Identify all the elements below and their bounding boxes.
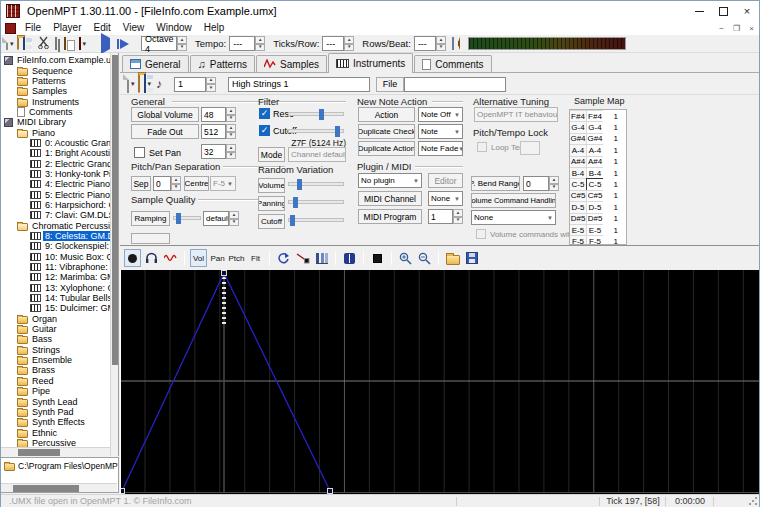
set-pan-spinner[interactable]: ▲▼ [226, 144, 236, 159]
nna-action-select[interactable]: Note Off▼ [418, 107, 463, 122]
pitch-bend-range-button[interactable]: P. Bend Range [471, 176, 520, 191]
cut-icon[interactable] [38, 36, 51, 51]
tree-item[interactable]: Samples [1, 86, 110, 96]
tree-item[interactable]: Comments [1, 107, 110, 117]
tree-item[interactable]: 4: Electric Piano 1: GM [1, 179, 110, 189]
midi-channel-select[interactable]: None▼ [428, 191, 463, 206]
pitch-bend-range-spinner[interactable]: ▲▼ [549, 176, 559, 191]
volume-command-handling-select[interactable]: None▼ [471, 210, 556, 225]
loop-tempo-input[interactable] [520, 141, 540, 155]
file-name-field[interactable] [404, 77, 506, 92]
load-instrument-icon[interactable] [138, 75, 140, 93]
tree-item[interactable]: 1: Bright Acoustic Piano [1, 148, 110, 158]
centre-note-select[interactable]: F-5▼ [210, 176, 236, 191]
midi-program-spinner[interactable]: ▲▼ [453, 209, 463, 224]
new-instrument-dropdown-icon[interactable]: ▾ [131, 80, 135, 88]
centre-button[interactable]: Centre [184, 176, 209, 191]
rv-panning-button[interactable]: Panning [258, 196, 285, 211]
plugin-editor-button[interactable]: Editor [428, 173, 463, 188]
maximize-button[interactable] [711, 1, 735, 21]
clipped-button[interactable] [131, 233, 170, 244]
reso-slider[interactable] [288, 112, 344, 116]
menu-help[interactable]: Help [198, 21, 231, 35]
zoom-in-button[interactable] [397, 249, 414, 267]
filter-envelope-tab[interactable]: Flt [247, 249, 264, 267]
instrument-name-input[interactable]: High Strings 1 [228, 77, 370, 92]
tree-item[interactable]: MIDI Library [1, 117, 110, 127]
rows-beat-input[interactable]: --- [414, 36, 436, 51]
volume-commands-checkbox[interactable] [476, 229, 486, 239]
tree-item[interactable]: 0: Acoustic Grand Pian [1, 138, 110, 148]
sample-map-row[interactable]: C-5 C-5 1 [570, 178, 626, 189]
grid-button[interactable] [313, 249, 330, 267]
reso-checkbox[interactable]: ✓ [259, 108, 270, 119]
sample-map-row[interactable]: D-5 D-5 1 [570, 201, 626, 212]
panning-envelope-tab[interactable]: Pan [209, 249, 226, 267]
ramping-slider[interactable] [173, 216, 201, 220]
tab-samples[interactable]: Samples [256, 55, 327, 72]
tree-item[interactable]: Instruments [1, 96, 110, 106]
rv-volume-button[interactable]: Volume [258, 178, 285, 193]
child-minimize-icon[interactable]: − [714, 24, 729, 33]
resize-grip[interactable] [748, 496, 758, 506]
background-color-button[interactable] [369, 249, 386, 267]
sustain-node-button[interactable] [294, 249, 311, 267]
tree-item[interactable]: Strings [1, 345, 110, 355]
tree-item[interactable]: Pipe [1, 386, 110, 396]
tab-comments[interactable]: Comments [414, 55, 491, 72]
midi-channel-button[interactable]: MIDI Channel [358, 191, 422, 206]
tree-item[interactable]: 13: Xylophone: GM.DLS [1, 283, 110, 293]
tree-item[interactable]: Reed [1, 376, 110, 386]
set-pan-input[interactable]: 32 [201, 144, 226, 159]
volume-envelope-tab[interactable]: Vol [190, 249, 207, 267]
duplicate-check-button[interactable]: Duplicate Check [358, 124, 415, 139]
tree-item[interactable]: FileInfo.com Example.umx [1, 55, 110, 65]
tree-item[interactable]: 15: Dulcimer: GM.DLS [1, 303, 110, 313]
module-dropdown-icon[interactable]: ▾ [83, 40, 87, 48]
rv-cutoff-slider[interactable] [288, 218, 344, 222]
global-volume-spinner[interactable]: ▲▼ [226, 107, 236, 122]
sample-map-row[interactable]: A#4 A#4 1 [570, 156, 626, 167]
instrument-number-spinner[interactable]: ▲▼ [206, 77, 216, 92]
tree-item[interactable]: Guitar [1, 324, 110, 334]
editor-list-icon[interactable] [452, 38, 454, 49]
envelope-editor[interactable] [120, 270, 759, 494]
open-folder-icon[interactable] [17, 38, 19, 49]
tree-item[interactable]: Piano [1, 127, 110, 137]
rv-cutoff-button[interactable]: Cutoff [258, 214, 285, 229]
rv-volume-slider[interactable] [288, 182, 344, 186]
tree-item[interactable]: 3: Honky-tonk Piano: G [1, 169, 110, 179]
copy-icon[interactable] [55, 38, 60, 49]
tab-patterns[interactable]: ♫Patterns [190, 55, 256, 72]
save-instrument-dropdown-icon[interactable]: ▾ [148, 80, 152, 88]
rv-panning-slider[interactable] [288, 200, 344, 204]
tree-vertical-scrollbar[interactable] [110, 53, 118, 456]
loop-tempo-checkbox[interactable] [477, 142, 487, 152]
sample-map-row[interactable]: G-4 G-4 1 [570, 121, 626, 132]
tree-item[interactable]: Synth Effects [1, 417, 110, 427]
tree-item[interactable]: Sequence [1, 65, 110, 75]
tree-item[interactable]: 10: Music Box: GM.DLS [1, 252, 110, 262]
menu-file[interactable]: File [19, 21, 47, 35]
properties-button[interactable] [341, 249, 358, 267]
new-dropdown-icon[interactable]: ▾ [10, 40, 14, 48]
new-instrument-icon[interactable] [127, 75, 129, 93]
paste-icon[interactable] [64, 38, 66, 49]
cutoff-checkbox[interactable]: ✓ [259, 125, 270, 136]
sep-input[interactable]: 0 [153, 176, 171, 191]
tab-instruments[interactable]: Instruments [328, 53, 413, 73]
ramping-button[interactable]: Ramping [131, 211, 170, 226]
tree-item[interactable]: Synth Lead [1, 396, 110, 406]
ticks-row-input[interactable]: --- [322, 36, 344, 51]
rows-beat-spinner[interactable]: ▲▼ [436, 36, 446, 51]
global-volume-input[interactable]: 48 [201, 107, 226, 122]
set-pan-checkbox[interactable] [134, 147, 145, 158]
tree-horizontal-scrollbar[interactable] [1, 447, 110, 456]
tempo-input[interactable]: --- [229, 36, 255, 51]
tree-item[interactable]: 8: Celesta: GM.DLS [1, 231, 110, 241]
duplicate-check-select[interactable]: Note▼ [418, 124, 463, 139]
envelope-canvas[interactable] [121, 270, 759, 494]
tree-item[interactable]: Bass [1, 334, 110, 344]
path-horizontal-scrollbar[interactable] [1, 483, 117, 492]
sample-map-row[interactable]: C#5 C#5 1 [570, 190, 626, 201]
